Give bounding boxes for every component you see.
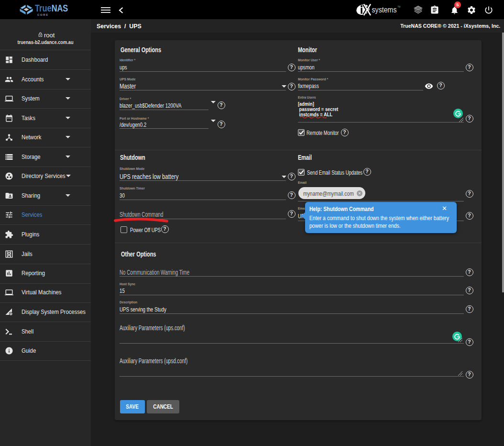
svg-text:systems: systems: [372, 5, 397, 14]
svg-text:TM: TM: [397, 6, 400, 8]
